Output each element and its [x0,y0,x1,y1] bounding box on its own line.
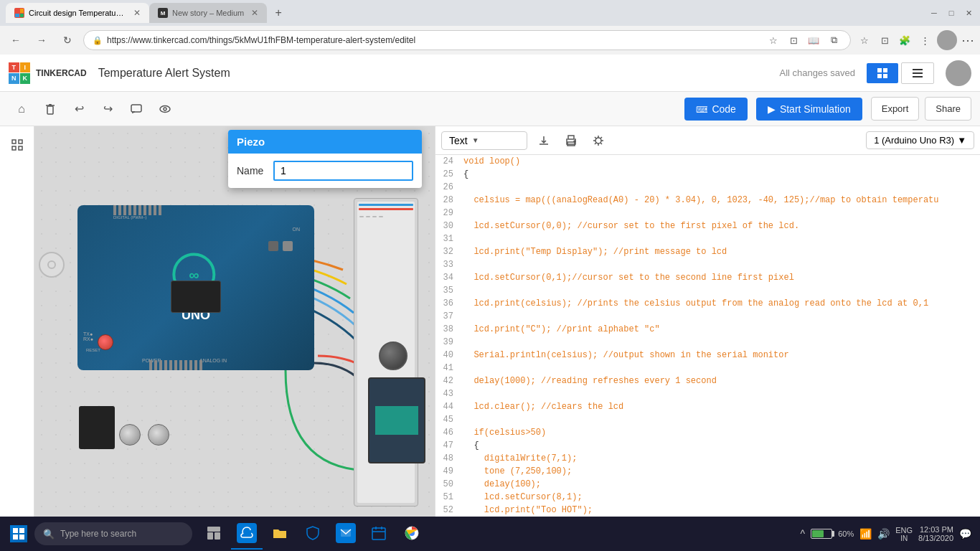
code-editor[interactable]: 24void loop()25{2628 celsius = map(((ana… [435,155,980,517]
piezo-body: Name [228,154,422,188]
code-line-42: 42 delay(1000); //reading refreshes ever… [435,375,980,387]
print-icon[interactable] [560,130,582,151]
toolbar-group-left: ⌂ ↩ ↪ [9,96,178,122]
tray-expand-icon[interactable]: ^ [801,528,806,540]
view-button[interactable] [152,96,178,122]
mail-btn[interactable] [330,518,362,550]
svg-rect-23 [19,528,24,533]
comment-button[interactable] [123,96,149,122]
code-type-select[interactable]: Text ▼ [441,131,527,150]
redo-button[interactable]: ↪ [95,96,121,122]
circuit-view-btn[interactable] [867,63,898,83]
tab-close-tinkercad[interactable]: ✕ [133,8,141,18]
search-magnifier-icon: 🔍 [43,529,55,540]
chrome-btn[interactable] [396,518,428,550]
notification-icon[interactable]: 💬 [959,528,971,540]
shield-btn[interactable] [297,518,329,550]
tab-tinkercad[interactable]: Circuit design Temperature Alert ✕ [6,3,149,23]
tab-title-tinkercad: Circuit design Temperature Alert [29,9,126,17]
code-line-28: 28 celsius = map(((analogRead(A0) - 20) … [435,194,980,207]
explorer-btn[interactable] [264,518,296,550]
svg-rect-28 [215,532,220,540]
network-icon[interactable]: 📶 [859,528,872,540]
code-line-32: 32 lcd.print("Temp Display"); //print me… [435,245,980,258]
trash-button[interactable] [37,96,63,122]
calendar-btn[interactable] [363,518,395,550]
nav-circle[interactable] [39,252,65,278]
start-simulation-button[interactable]: ▶ Start Simulation [756,98,862,121]
code-line-24: 24void loop() [435,155,980,168]
toolbar: ⌂ ↩ ↪ ⌨ Code ▶ Start Simulation Export S… [0,92,980,126]
collections-icon[interactable]: ⊡ [786,32,801,48]
canvas-area[interactable]: Piezo Name [34,126,435,525]
user-profile-btn[interactable] [946,60,971,86]
code-line-47: 47 { [435,439,980,452]
minimize-button[interactable]: ─ [928,7,940,19]
code-line-41: 41 [435,362,980,375]
home-button[interactable]: ⌂ [9,96,34,122]
code-line-39: 39 [435,336,980,349]
bug-icon[interactable] [588,130,609,151]
device-label: 1 (Arduino Uno R3) [874,135,954,146]
svg-rect-7 [47,106,53,114]
clock-display[interactable]: 12:03 PM 8/13/2020 [918,525,953,542]
close-button[interactable]: ✕ [963,7,974,19]
forward-button[interactable]: → [32,30,52,50]
led-red [98,334,113,350]
device-select[interactable]: 1 (Arduino Uno R3) ▼ [866,131,974,149]
volume-icon[interactable]: 🔊 [877,528,890,540]
star-icon[interactable]: ☆ [765,32,781,48]
download-icon[interactable] [533,130,555,151]
refresh-button[interactable]: ↻ [57,30,77,50]
battery-tip [832,531,834,537]
tab-medium[interactable]: M New story – Medium ✕ [149,3,267,23]
address-bar[interactable]: 🔒 https://www.tinkercad.com/things/5kMwU… [83,30,851,50]
maximize-button[interactable]: □ [946,7,957,19]
main-area: Piezo Name [0,126,980,525]
piezo-popup: Piezo Name [228,130,422,188]
battery-pct-text: 60% [838,529,854,538]
svg-rect-4 [913,69,923,70]
code-line-25: 25{ [435,168,980,181]
export-button[interactable]: Export [871,97,920,121]
svg-rect-27 [207,527,220,532]
new-tab-button[interactable]: + [270,4,287,22]
app-title: Temperature Alert System [98,67,230,80]
panel-component-icon[interactable] [4,132,30,158]
profile-btn[interactable]: ⋮ [917,32,933,48]
lang-display: ENG IN [895,526,913,542]
code-line-30: 30 lcd.setCursor(0,0); //cursor set to t… [435,220,980,232]
device-arrow: ▼ [957,135,966,146]
code-toolbar: Text ▼ 1 (Arduino Uno R3) ▼ [435,126,980,155]
svg-rect-22 [13,528,18,533]
collections-btn[interactable]: ⊡ [877,32,892,48]
code-button[interactable]: ⌨ Code [684,98,747,121]
svg-rect-2 [877,74,882,78]
share-button[interactable]: Share [925,97,971,121]
tab-favicon-medium: M [158,8,168,18]
piezo-name-input[interactable] [273,161,413,181]
piezo-header: Piezo [228,130,422,154]
saved-status: All changes saved [779,67,855,78]
user-avatar[interactable] [937,30,957,50]
code-line-44: 44 lcd.clear(); //clears the lcd [435,400,980,413]
start-button[interactable] [3,518,34,550]
code-line-50: 50 delay(100); [435,478,980,491]
address-bar-row: ← → ↻ 🔒 https://www.tinkercad.com/things… [0,26,980,55]
back-button[interactable]: ← [6,30,26,50]
taskbar-search[interactable]: 🔍 Type here to search [34,522,192,545]
list-view-btn[interactable] [901,62,934,84]
more-menu-btn[interactable]: ⋯ [961,32,974,48]
fav-icon[interactable]: ☆ [857,32,872,48]
read-icon[interactable]: 📖 [806,32,821,48]
extensions-btn[interactable]: 🧩 [897,32,913,48]
ext-icon[interactable]: ⧉ [826,32,842,48]
svg-rect-30 [372,528,385,540]
undo-button[interactable]: ↩ [66,96,92,122]
potentiometer-knob[interactable] [379,342,407,370]
tab-close-medium[interactable]: ✕ [251,8,258,18]
piezo-title: Piezo [237,136,265,148]
edge-btn[interactable] [231,518,263,550]
taskview-btn[interactable] [198,518,230,550]
code-line-33: 33 [435,258,980,271]
